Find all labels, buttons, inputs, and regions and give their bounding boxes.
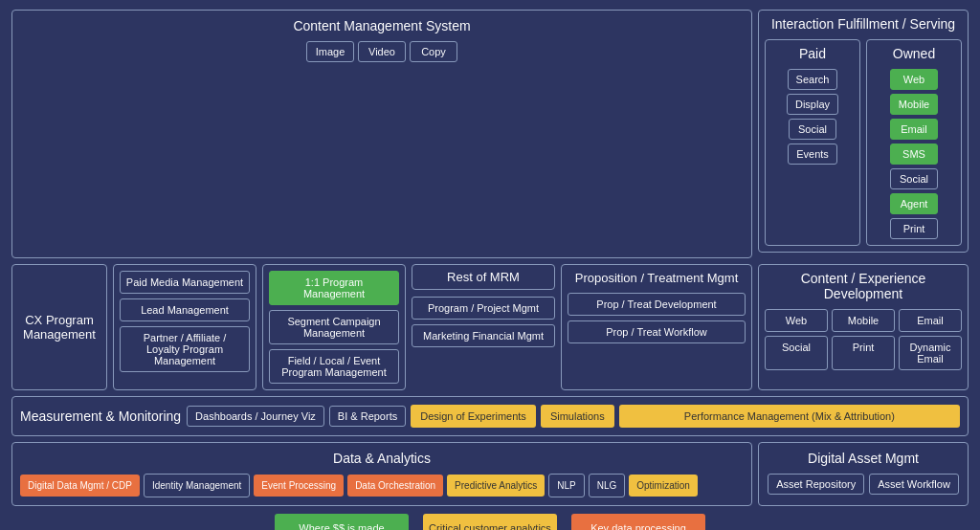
proposition-title: Proposition / Treatment Mgmt <box>568 271 746 285</box>
cx-col1-item: Lead Management <box>120 298 250 321</box>
cms-channels: ImageVideoCopy <box>20 41 744 62</box>
prop-treat: Prop / Treat DevelopmentProp / Treat Wor… <box>568 293 746 343</box>
mrm-col-item: Program / Project Mgmt <box>412 297 555 320</box>
cms-channel-btn: Copy <box>410 41 457 62</box>
cx-col2-item: Field / Local / Event Program Management <box>269 349 399 384</box>
legend-color-box: Key data processing <box>571 514 705 530</box>
paid-channel-btn: Display <box>787 94 838 115</box>
rest-of-mrm-title: Rest of MRM <box>412 264 555 290</box>
cx-dev-item: Dynamic Email <box>899 336 962 370</box>
legend-item: Key data processing <box>571 514 705 530</box>
paid-channel-btn: Search <box>788 69 838 90</box>
cx-dev-item: Email <box>899 309 962 332</box>
diagram: Interaction Fulfillment / Serving Paid S… <box>11 10 969 530</box>
owned-box: Owned WebMobileEmailSMSSocialAgentPrint <box>866 39 962 246</box>
legend-item: Critical customer analytics <box>423 514 557 530</box>
measurement-row: Measurement & Monitoring Dashboards / Jo… <box>11 396 969 436</box>
owned-channel-btn: Mobile <box>890 94 938 115</box>
data-items: Digital Data Mgmt / CDPIdentity Manageme… <box>20 474 744 497</box>
cx-col1-item: Partner / Affiliate / Loyalty Program Ma… <box>120 326 250 372</box>
paid-channel-btn: Events <box>788 144 837 165</box>
data-item: Identity Management <box>144 474 250 497</box>
measurement-item: BI & Reports <box>329 406 406 427</box>
data-item: Event Processing <box>254 475 344 497</box>
measurement-item: Design of Experiments <box>411 405 536 428</box>
data-analytics-title: Data & Analytics <box>20 451 744 466</box>
measurement-item: Simulations <box>541 405 614 428</box>
cx-dev-item: Mobile <box>832 309 895 332</box>
cx-dev-box: Content / Experience Development WebMobi… <box>758 264 969 390</box>
measurement-item: Dashboards / Journey Viz <box>187 406 324 427</box>
legend: Where $$ is madeCritical customer analyt… <box>11 514 969 530</box>
cms-title: Content Management System <box>20 18 744 33</box>
legend-color-box: Where $$ is made <box>275 514 409 530</box>
cms-channel-btn: Image <box>306 41 354 62</box>
prop-treat-item: Prop / Treat Workflow <box>568 320 746 343</box>
data-item: Predictive Analytics <box>447 475 545 497</box>
legend-color-box: Critical customer analytics <box>423 514 557 530</box>
measurement-title: Measurement & Monitoring <box>20 409 181 424</box>
data-item: Optimization <box>629 475 698 497</box>
paid-title: Paid <box>771 46 854 61</box>
paid-channels: SearchDisplaySocialEvents <box>771 69 854 165</box>
cms-channel-btn: Video <box>358 41 406 62</box>
legend-item: Where $$ is made <box>275 514 409 530</box>
cx-dev-grid: WebMobileEmailSocialPrintDynamic Email <box>765 309 962 370</box>
cx-col1: Paid Media ManagementLead ManagementPart… <box>113 264 256 390</box>
owned-channel-btn: Print <box>890 218 938 239</box>
digital-asset-title: Digital Asset Mgmt <box>767 451 960 466</box>
owned-channel-btn: SMS <box>890 144 938 165</box>
owned-channel-btn: Web <box>890 69 938 90</box>
cx-col2: 1:1 Program ManagementSegment Campaign M… <box>262 264 406 390</box>
cx-dev-item: Web <box>765 309 828 332</box>
cx-col2-item: Segment Campaign Management <box>269 310 399 344</box>
paid-channel-btn: Social <box>789 119 836 140</box>
prop-treat-item: Prop / Treat Development <box>568 293 746 316</box>
interaction-title: Interaction Fulfillment / Serving <box>765 16 962 32</box>
interaction-section: Interaction Fulfillment / Serving Paid S… <box>758 10 969 253</box>
cx-dev-item: Social <box>765 336 828 370</box>
asset-item: Asset Repository <box>768 474 864 495</box>
mrm-col-item: Marketing Financial Mgmt <box>412 324 555 347</box>
cx-program-label: CX Program Management <box>11 264 107 390</box>
cms-box: Content Management System ImageVideoCopy <box>11 10 752 258</box>
paid-box: Paid SearchDisplaySocialEvents <box>765 39 860 246</box>
data-item: NLP <box>548 474 584 497</box>
asset-item: Asset Workflow <box>869 474 959 495</box>
measurement-items: Dashboards / Journey VizBI & ReportsDesi… <box>187 405 960 428</box>
owned-channels: WebMobileEmailSMSSocialAgentPrint <box>873 69 955 239</box>
owned-channel-btn: Agent <box>890 193 938 214</box>
data-item: Data Orchestration <box>347 475 443 497</box>
mrm-col: Program / Project MgmtMarketing Financia… <box>412 297 555 347</box>
asset-items: Asset RepositoryAsset Workflow <box>767 474 960 495</box>
data-box: Data & Analytics Digital Data Mgmt / CDP… <box>11 442 752 506</box>
data-item: NLG <box>589 474 626 497</box>
proposition-box: Proposition / Treatment Mgmt Prop / Trea… <box>561 264 752 390</box>
owned-title: Owned <box>873 46 955 61</box>
owned-channel-btn: Social <box>890 168 938 189</box>
cx-col2-item: 1:1 Program Management <box>269 271 399 305</box>
owned-channel-btn: Email <box>890 119 938 140</box>
digital-asset-box: Digital Asset Mgmt Asset RepositoryAsset… <box>758 442 969 506</box>
cx-dev-item: Print <box>832 336 895 370</box>
data-item: Digital Data Mgmt / CDP <box>20 475 140 497</box>
measurement-item: Performance Management (Mix & Attributio… <box>619 405 960 428</box>
cx-dev-title: Content / Experience Development <box>765 271 962 301</box>
cx-col1-item: Paid Media Management <box>120 271 250 294</box>
